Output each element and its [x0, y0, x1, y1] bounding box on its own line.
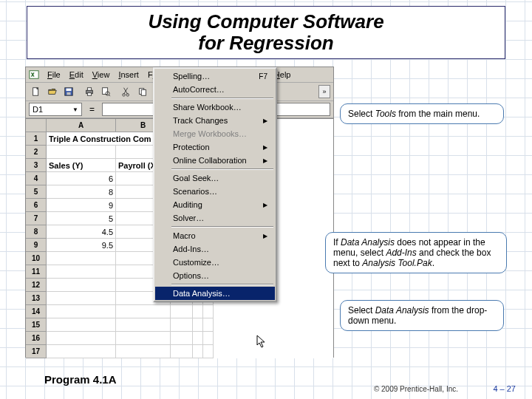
row-header[interactable]: 7 [26, 212, 47, 225]
menu-item-share-workbook[interactable]: Share Workbook… [155, 100, 275, 114]
print-preview-icon[interactable] [98, 84, 113, 99]
callout-select-tools: Select Tools from the main menu. [340, 103, 504, 124]
menu-item-macro[interactable]: Macro▶ [155, 229, 275, 242]
svg-rect-4 [66, 92, 70, 95]
menu-item-protection[interactable]: Protection▶ [155, 140, 275, 154]
menu-item-solver[interactable]: Solver… [155, 211, 275, 225]
menu-file[interactable]: FFileile [44, 69, 64, 81]
menu-insert[interactable]: InsertInsert [115, 69, 143, 81]
cell-a5[interactable]: 8 [47, 185, 116, 199]
print-icon[interactable] [82, 84, 97, 99]
name-box-dropdown-icon[interactable]: ▼ [72, 106, 78, 113]
row-header[interactable]: 15 [26, 318, 47, 332]
row-header[interactable]: 5 [26, 185, 47, 199]
menu-item-autocorrect[interactable]: AutoCorrect… [155, 83, 275, 96]
excel-screenshot: FFileile EditEdit ViewView InsertInsert … [25, 66, 334, 358]
row-header[interactable]: 4 [26, 172, 47, 185]
copyright-text: © 2009 Prentice-Hall, Inc. [374, 385, 458, 393]
cell-a9[interactable]: 9.5 [47, 239, 116, 252]
select-all-corner[interactable] [26, 119, 47, 132]
svg-line-10 [109, 95, 110, 96]
row-header[interactable]: 1 [26, 132, 47, 146]
excel-app-icon [29, 69, 39, 80]
menu-item-options[interactable]: Options… [155, 269, 275, 282]
cell-a4[interactable]: 6 [47, 172, 116, 185]
row-header[interactable]: 6 [26, 199, 47, 212]
menu-item-addins[interactable]: Add-Ins… [155, 242, 275, 256]
slide-title-line2: for Regression [198, 33, 334, 54]
row-header[interactable]: 16 [26, 332, 47, 345]
svg-rect-3 [66, 89, 72, 92]
cut-icon[interactable] [119, 84, 134, 99]
svg-rect-6 [87, 88, 91, 91]
callout-select-data-analysis: Select Data Analysis from the drop-down … [340, 300, 504, 331]
menu-item-auditing[interactable]: Auditing▶ [155, 198, 275, 211]
cell-a7[interactable]: 5 [47, 212, 116, 225]
slide-title-line1: Using Computer Software [148, 11, 383, 33]
program-label: Program 4.1A [44, 373, 117, 386]
menu-item-customize[interactable]: Customize… [155, 256, 275, 269]
svg-rect-8 [103, 88, 108, 95]
menu-item-merge-workbooks: Merge Workbooks… [155, 127, 275, 140]
page-number: 4 – 27 [493, 384, 516, 393]
open-icon[interactable] [45, 84, 60, 99]
row-header[interactable]: 10 [26, 252, 47, 265]
name-box[interactable]: D1 ▼ [29, 103, 82, 116]
row-header[interactable]: 12 [26, 279, 47, 292]
row-header[interactable]: 9 [26, 239, 47, 252]
col-header-a[interactable]: A [47, 119, 116, 132]
menu-view[interactable]: ViewView [89, 69, 114, 81]
copy-icon[interactable] [135, 84, 150, 99]
slide-title: Using Computer Software for Regression [27, 6, 505, 59]
row-header[interactable]: 17 [26, 345, 47, 358]
name-box-value: D1 [33, 105, 43, 114]
row-header[interactable]: 2 [26, 146, 47, 159]
equals-label: = [85, 104, 99, 115]
menu-edit[interactable]: EditEdit [66, 69, 87, 81]
menu-item-data-analysis[interactable]: Data Analysis… [155, 287, 275, 300]
svg-rect-7 [87, 93, 91, 96]
svg-rect-14 [141, 89, 146, 95]
row-header[interactable]: 8 [26, 225, 47, 239]
tools-dropdown-menu: Spelling…F7 AutoCorrect… Share Workbook…… [153, 67, 277, 302]
menu-item-track-changes[interactable]: Track Changes▶ [155, 114, 275, 127]
row-header[interactable]: 11 [26, 265, 47, 279]
row-header[interactable]: 3 [26, 159, 47, 172]
toolbar-overflow-icon[interactable]: » [318, 85, 330, 98]
row-header[interactable]: 14 [26, 305, 47, 318]
cell-a6[interactable]: 9 [47, 199, 116, 212]
menu-item-online-collab[interactable]: Online Collaboration▶ [155, 154, 275, 167]
cell-a8[interactable]: 4.5 [47, 225, 116, 239]
menu-item-spelling[interactable]: Spelling…F7 [155, 69, 275, 83]
cell-a3[interactable]: Sales (Y) [47, 159, 116, 172]
svg-rect-0 [30, 71, 38, 79]
menu-item-goal-seek[interactable]: Goal Seek… [155, 171, 275, 185]
menu-item-scenarios[interactable]: Scenarios… [155, 185, 275, 198]
save-icon[interactable] [61, 84, 76, 99]
new-icon[interactable] [29, 84, 44, 99]
callout-data-analysis-missing: If Data Analysis does not appear in the … [325, 232, 507, 273]
row-header[interactable]: 13 [26, 292, 47, 305]
